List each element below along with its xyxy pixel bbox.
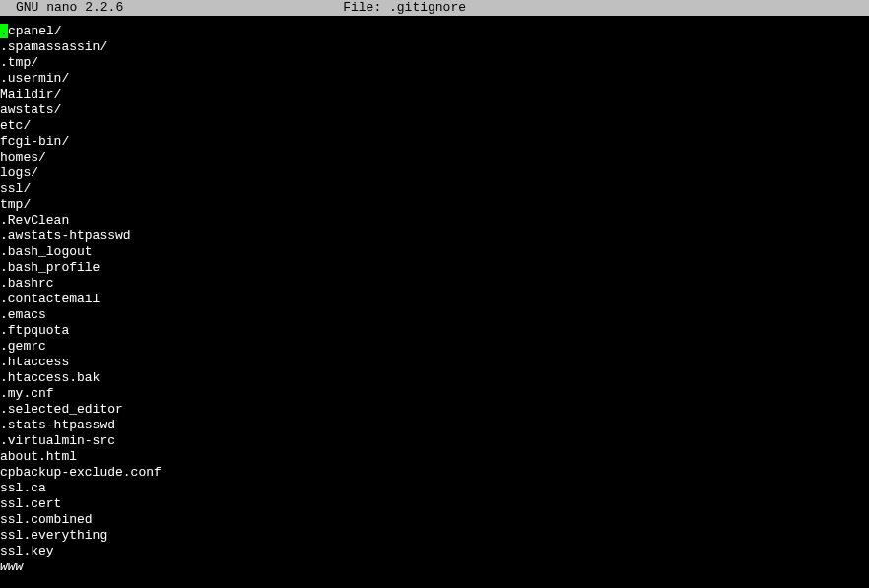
editor-line: .bash_logout [0,244,869,260]
editor-line: .spamassassin/ [0,39,869,55]
cursor: . [0,24,8,38]
editor-line: .bash_profile [0,260,869,276]
editor-line: .usermin/ [0,71,869,87]
nano-titlebar: GNU nano 2.2.6 File: .gitignore [0,0,869,16]
editor-line: www [0,559,869,575]
editor-line: homes/ [0,150,869,165]
blank-line [0,16,869,24]
editor-line: ssl.cert [0,496,869,512]
editor-area[interactable]: .cpanel/.spamassassin/.tmp/.usermin/Mail… [0,24,869,575]
editor-line: ssl/ [0,181,869,197]
editor-line: logs/ [0,165,869,181]
editor-line: Maildir/ [0,87,869,102]
editor-line: .awstats-htpasswd [0,229,869,244]
editor-line: .htaccess.bak [0,370,869,386]
editor-line: tmp/ [0,197,869,213]
file-label: File: .gitignore [123,0,686,16]
editor-line: .gemrc [0,339,869,355]
editor-line: .htaccess [0,355,869,370]
app-name: GNU nano 2.2.6 [6,0,123,16]
editor-line: .stats-htpasswd [0,418,869,433]
editor-line: etc/ [0,118,869,134]
editor-line: ssl.everything [0,528,869,544]
editor-line: ssl.key [0,544,869,559]
editor-line: .RevClean [0,213,869,229]
editor-line: ssl.combined [0,512,869,528]
editor-line: .tmp/ [0,55,869,71]
editor-line: .ftpquota [0,323,869,339]
editor-line: awstats/ [0,102,869,118]
editor-line: .selected_editor [0,402,869,418]
editor-line: .emacs [0,307,869,323]
editor-line: about.html [0,449,869,465]
editor-line: ssl.ca [0,481,869,496]
editor-line: .virtualmin-src [0,433,869,449]
editor-line: .my.cnf [0,386,869,402]
editor-line: .cpanel/ [0,24,869,39]
editor-line: .contactemail [0,292,869,307]
editor-line: cpbackup-exclude.conf [0,465,869,481]
editor-line: fcgi-bin/ [0,134,869,150]
titlebar-right-spacer [686,0,863,16]
editor-line: .bashrc [0,276,869,292]
